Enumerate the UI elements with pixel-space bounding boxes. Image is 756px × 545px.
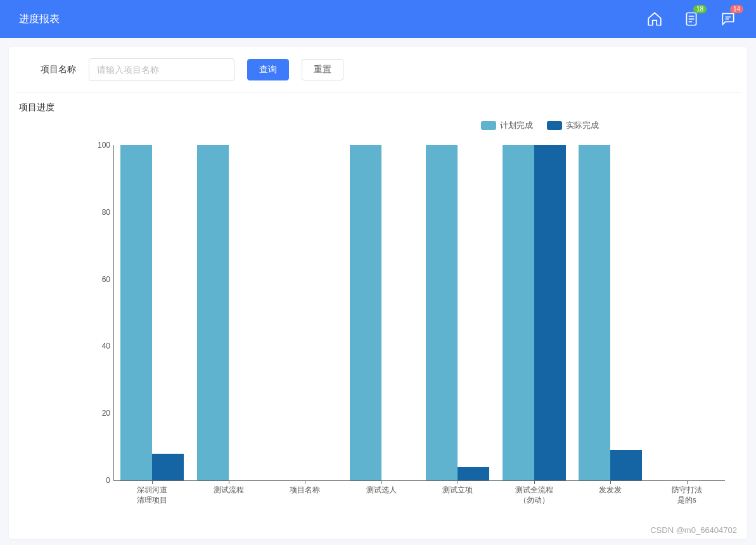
chart-category: 项目名称 [267, 145, 343, 480]
legend-actual-label: 实际完成 [566, 120, 599, 131]
bar-actual [610, 450, 642, 480]
bar-actual [152, 454, 184, 480]
x-tick-label: 项目名称 [276, 485, 333, 496]
chart-category: 测试选人 [343, 145, 420, 480]
y-tick: 40 [91, 342, 110, 350]
legend-actual[interactable]: 实际完成 [547, 120, 599, 131]
y-tick: 80 [91, 208, 110, 217]
x-tick [152, 480, 153, 484]
legend-plan[interactable]: 计划完成 [481, 120, 533, 131]
report-badge: 18 [693, 5, 707, 13]
x-tick [610, 480, 611, 484]
watermark: CSDN @m0_66404702 [650, 525, 737, 535]
y-tick: 60 [91, 275, 110, 284]
x-tick-label: 发发发 [582, 485, 639, 496]
x-tick-label: 测试立项 [429, 485, 486, 496]
legend-plan-swatch [481, 121, 496, 130]
section-title: 项目进度 [19, 102, 741, 113]
x-tick-label: 测试流程 [200, 485, 257, 496]
x-tick [229, 480, 229, 484]
home-icon[interactable] [646, 10, 663, 28]
bar-plan [426, 145, 458, 480]
x-tick [381, 480, 382, 484]
project-name-input[interactable] [89, 58, 234, 81]
y-tick: 100 [91, 141, 110, 150]
message-icon[interactable]: 14 [719, 10, 737, 28]
chart-categories: 深圳河道 清理项目测试流程项目名称测试选人测试立项测试全流程 （勿动）发发发防守… [114, 145, 725, 480]
x-tick-label: 测试全流程 （勿动） [506, 485, 563, 505]
message-badge: 14 [730, 5, 743, 13]
x-tick-label: 防守打法 是的s [658, 485, 715, 505]
legend-actual-swatch [547, 121, 562, 130]
chart-plot: 深圳河道 清理项目测试流程项目名称测试选人测试立项测试全流程 （勿动）发发发防守… [113, 145, 725, 481]
chart-category: 测试立项 [420, 145, 496, 480]
chart-category: 测试流程 [191, 145, 267, 480]
x-tick [305, 480, 305, 484]
report-icon[interactable]: 18 [682, 10, 700, 28]
chart-category: 防守打法 是的s [649, 145, 726, 480]
bar-plan [197, 145, 229, 480]
query-button[interactable]: 查询 [247, 59, 289, 80]
y-tick: 0 [91, 476, 110, 485]
header-icon-bar: 18 14 [646, 10, 737, 28]
bar-plan [503, 145, 534, 480]
x-tick-label: 测试选人 [353, 485, 410, 496]
chart-category: 深圳河道 清理项目 [114, 145, 191, 480]
plot-wrap: 深圳河道 清理项目测试流程项目名称测试选人测试立项测试全流程 （勿动）发发发防守… [113, 145, 725, 481]
app-header: 进度报表 18 14 [0, 0, 756, 38]
bar-plan [350, 145, 381, 480]
bar-actual [458, 467, 489, 480]
chart-legend: 计划完成 实际完成 [18, 120, 712, 131]
chart-area: 计划完成 实际完成 深圳河道 清理项目测试流程项目名称测试选人测试立项测试全流程… [18, 120, 738, 506]
x-tick [458, 480, 458, 484]
y-tick: 20 [91, 409, 110, 418]
legend-plan-label: 计划完成 [500, 120, 533, 131]
x-tick [534, 480, 535, 484]
search-label: 项目名称 [41, 64, 76, 75]
x-tick [687, 480, 688, 484]
bar-plan [579, 145, 610, 480]
page-title: 进度报表 [19, 13, 60, 26]
content-card: 项目名称 查询 重置 项目进度 计划完成 实际完成 深圳河道 清理项目测试流程项… [9, 47, 747, 539]
x-tick-label: 深圳河道 清理项目 [124, 485, 181, 505]
search-bar: 项目名称 查询 重置 [15, 58, 741, 93]
reset-button[interactable]: 重置 [302, 59, 343, 80]
chart-category: 测试全流程 （勿动） [496, 145, 573, 480]
bar-plan [120, 145, 152, 480]
bar-actual [534, 145, 566, 480]
chart-category: 发发发 [572, 145, 649, 480]
